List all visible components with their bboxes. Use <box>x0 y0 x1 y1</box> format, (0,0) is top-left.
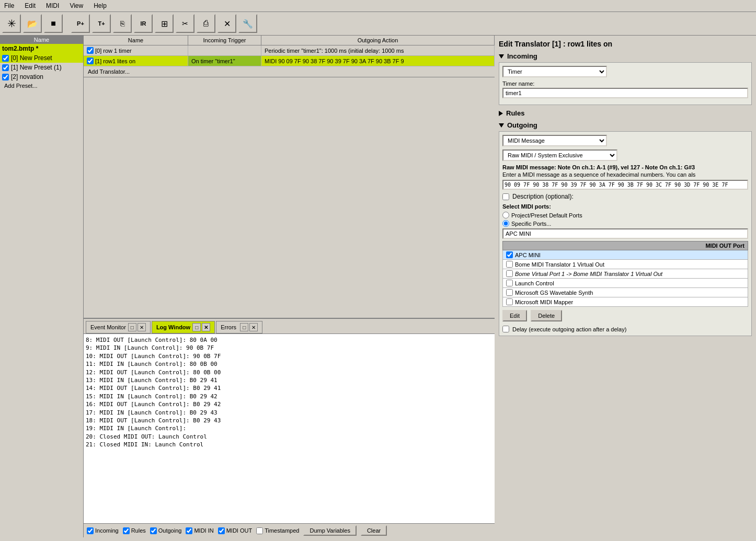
preset-checkbox-2[interactable] <box>2 74 9 80</box>
tab-event-monitor[interactable]: Event Monitor □ ✕ <box>86 321 151 333</box>
menu-edit[interactable]: Edit <box>22 1 38 10</box>
open-file-button[interactable]: 📂 <box>23 14 42 33</box>
add-translator-link[interactable]: Add Translator... <box>84 66 495 77</box>
tool-toolbar-button[interactable]: 🔧 <box>238 14 257 33</box>
tab-log-window[interactable]: Log Window □ ✕ <box>152 321 215 333</box>
log-line: 16: MIDI OUT [Launch Control]: B0 29 42 <box>86 400 492 408</box>
preset-checkbox-0[interactable] <box>2 55 9 62</box>
midi-port-checkbox-3[interactable] <box>506 280 513 286</box>
outgoing-subtype-select[interactable]: Raw MIDI / System Exclusive <box>502 149 617 161</box>
midi-port-row-1[interactable]: Bome MIDI Translator 1 Virtual Out <box>503 260 748 269</box>
log-window-window-btn[interactable]: □ <box>192 323 201 331</box>
port-input-field[interactable] <box>502 228 748 239</box>
midi-port-row-5[interactable]: Microsoft MIDI Mapper <box>503 297 748 307</box>
copy-toolbar-button[interactable]: ⎘ <box>113 14 132 33</box>
filter-midi-out[interactable]: MIDI OUT <box>218 527 253 534</box>
filter-rules[interactable]: Rules <box>123 527 146 534</box>
close-toolbar-button[interactable]: ✕ <box>217 14 236 33</box>
incoming-section-header[interactable]: Incoming <box>499 52 752 60</box>
event-monitor-close-btn[interactable]: ✕ <box>138 323 146 331</box>
save-file-button[interactable]: ■ <box>44 14 63 33</box>
preset-item-2[interactable]: [2] novation <box>0 72 83 82</box>
new-file-button[interactable]: ✳ <box>2 14 21 33</box>
description-checkbox[interactable] <box>502 193 509 200</box>
midi-port-checkbox-2[interactable] <box>506 270 513 277</box>
timer-name-input[interactable] <box>502 88 748 98</box>
timer-name-row: Timer name: <box>502 80 748 98</box>
dump-variables-button[interactable]: Dump Variables <box>303 525 356 536</box>
translator-row-0[interactable]: [0] row 1 timer Periodic timer "timer1":… <box>84 45 495 56</box>
port-default-label: Project/Preset Default Ports <box>511 212 582 218</box>
incoming-type-select[interactable]: Timer <box>502 66 607 77</box>
filter-outgoing[interactable]: Outgoing <box>150 527 182 534</box>
raw-midi-row: Raw MIDI message: Note On ch.1: A-1 (#9)… <box>502 164 748 190</box>
menu-midi[interactable]: MIDI <box>44 1 61 10</box>
tab-errors[interactable]: Errors □ ✕ <box>216 321 262 333</box>
midi-out-table: MIDI OUT Port APC MINIBome MIDI Translat… <box>502 241 748 307</box>
preset-checkbox-1[interactable] <box>2 64 9 71</box>
midi-port-cell-3: Launch Control <box>503 279 748 288</box>
paste-toolbar-button[interactable]: ⎙ <box>197 14 215 33</box>
clear-button[interactable]: Clear <box>361 525 387 536</box>
delete-button[interactable]: Delete <box>531 310 562 321</box>
filter-midi-out-checkbox[interactable] <box>218 527 225 534</box>
outgoing-section-content: MIDI Message Raw MIDI / System Exclusive… <box>499 131 752 336</box>
event-monitor-window-btn[interactable]: □ <box>128 323 136 331</box>
horizontal-scrollbar[interactable] <box>84 77 495 84</box>
midi-port-checkbox-5[interactable] <box>506 298 513 305</box>
midi-port-cell-5: Microsoft MIDI Mapper <box>503 297 748 307</box>
filter-incoming[interactable]: Incoming <box>87 527 119 534</box>
port-specific-radio-item[interactable]: Specific Ports... <box>502 220 748 227</box>
filter-midi-in-checkbox[interactable] <box>186 527 192 534</box>
delay-checkbox[interactable] <box>502 326 509 332</box>
log-window-close-btn[interactable]: ✕ <box>202 323 210 331</box>
midi-port-checkbox-1[interactable] <box>506 261 513 268</box>
filter-timestamped-checkbox[interactable] <box>256 527 263 534</box>
midi-port-row-2[interactable]: Bome Virtual Port 1 -> Bome MIDI Transla… <box>503 269 748 279</box>
edit-delete-row: Edit Delete <box>502 310 748 321</box>
filter-incoming-checkbox[interactable] <box>87 527 94 534</box>
errors-close-btn[interactable]: ✕ <box>249 323 258 331</box>
filter-outgoing-checkbox[interactable] <box>150 527 157 534</box>
preset-label-1: [1] New Preset (1) <box>11 64 62 71</box>
incoming-type-row: Timer <box>502 66 748 77</box>
errors-window-btn[interactable]: □ <box>240 323 248 331</box>
outgoing-section-header[interactable]: Outgoing <box>499 121 752 129</box>
center-column: Name Incoming Trigger Outgoing Action [0… <box>84 36 495 537</box>
filter-timestamped[interactable]: Timestamped <box>256 527 299 534</box>
log-line: 17: MIDI IN [Launch Control]: B0 29 43 <box>86 409 492 417</box>
ir-toolbar-button[interactable]: IR <box>134 14 153 33</box>
filter-midi-in[interactable]: MIDI IN <box>186 527 213 534</box>
tab-log-window-label: Log Window <box>156 324 190 330</box>
cut-toolbar-button[interactable]: ✂ <box>176 14 194 33</box>
port-default-radio-item[interactable]: Project/Preset Default Ports <box>502 212 748 218</box>
add-translator-toolbar-button[interactable]: T+ <box>92 14 111 33</box>
add-preset-toolbar-button[interactable]: P+ <box>71 14 90 33</box>
filter-timestamped-label: Timestamped <box>265 527 299 534</box>
translator-row-1[interactable]: [1] row1 lites on On timer "timer1" MIDI… <box>84 56 495 66</box>
midi-port-row-0[interactable]: APC MINI <box>503 250 748 260</box>
add-preset-link[interactable]: Add Preset... <box>0 82 83 90</box>
edit-button[interactable]: Edit <box>502 310 527 321</box>
midi-port-row-4[interactable]: Microsoft GS Wavetable Synth <box>503 288 748 297</box>
preset-label-0: [0] New Preset <box>11 54 52 62</box>
row0-checkbox[interactable] <box>87 47 94 54</box>
row1-name-cell: [1] row1 lites on <box>84 56 188 66</box>
preset-item-1[interactable]: [1] New Preset (1) <box>0 63 83 72</box>
menu-file[interactable]: File <box>2 1 16 10</box>
port-default-radio[interactable] <box>502 212 509 218</box>
preset-item-0[interactable]: [0] New Preset <box>0 53 83 63</box>
outgoing-type-select[interactable]: MIDI Message <box>502 135 607 146</box>
midi-port-checkbox-0[interactable] <box>506 251 513 258</box>
port-specific-radio[interactable] <box>502 220 509 227</box>
row1-checkbox[interactable] <box>87 57 94 64</box>
grid-toolbar-button[interactable]: ⊞ <box>155 14 174 33</box>
midi-port-row-3[interactable]: Launch Control <box>503 279 748 288</box>
main-layout: Name tom2.bmtp * [0] New Preset [1] New … <box>0 36 756 537</box>
filter-incoming-label: Incoming <box>95 527 119 534</box>
menu-help[interactable]: Help <box>91 1 109 10</box>
midi-port-checkbox-4[interactable] <box>506 289 513 296</box>
menu-view[interactable]: View <box>67 1 85 10</box>
rules-section-header[interactable]: Rules <box>499 109 752 117</box>
filter-rules-checkbox[interactable] <box>123 527 130 534</box>
